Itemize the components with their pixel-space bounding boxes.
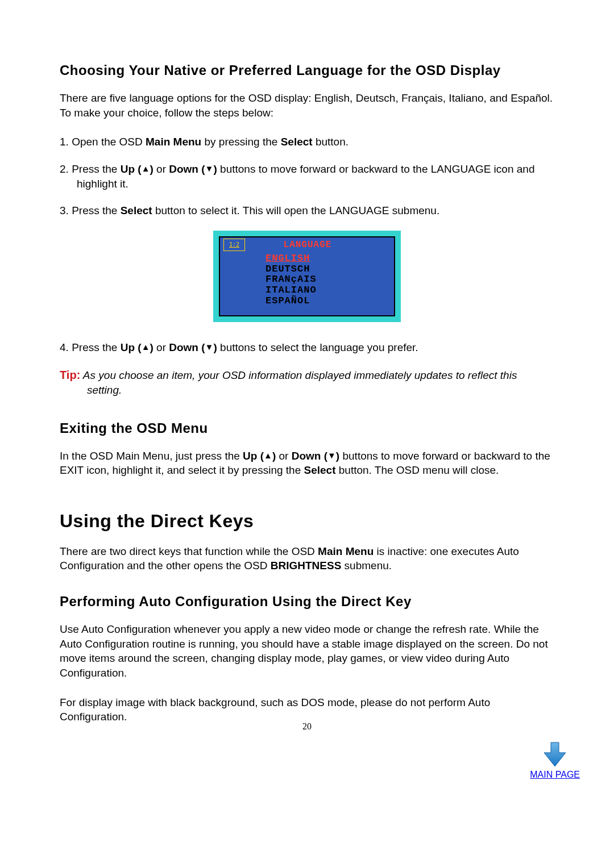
exit-paragraph: In the OSD Main Menu, just press the Up … <box>60 449 554 478</box>
down-triangle-icon: ▼ <box>205 342 214 352</box>
up-triangle-icon: ▲ <box>142 164 150 173</box>
heading-choose-language: Choosing Your Native or Preferred Langua… <box>60 62 554 78</box>
osd-item-deutsch: DEUTSCH <box>265 264 371 275</box>
up-triangle-icon: ▲ <box>264 450 272 460</box>
arrow-down-icon <box>541 740 569 769</box>
up-triangle-icon: ▲ <box>142 342 150 352</box>
osd-item-english: ENGLISH <box>265 253 371 264</box>
auto-config-p1: Use Auto Configuration whenever you appl… <box>60 622 554 681</box>
main-page-label: MAIN PAGE <box>530 770 580 779</box>
heading-auto-config: Performing Auto Configuration Using the … <box>60 594 554 610</box>
auto-config-p2: For display image with black background,… <box>60 695 554 724</box>
down-triangle-icon: ▼ <box>205 164 214 173</box>
osd-language-figure: 1:2 LANGUAGE ENGLISH DEUTSCH FRANçAIS IT… <box>213 231 401 322</box>
osd-item-italiano: ITALIANO <box>265 285 371 296</box>
steps-list-2: 4. Press the Up (▲) or Down (▼) buttons … <box>60 340 554 355</box>
osd-item-francais: FRANçAIS <box>265 274 371 285</box>
osd-item-espanol: ESPAÑOL <box>265 296 371 307</box>
intro-paragraph: There are five language options for the … <box>60 91 554 120</box>
osd-badge: 1:2 <box>223 239 245 251</box>
document-page: Choosing Your Native or Preferred Langua… <box>0 0 614 724</box>
heading-direct-keys: Using the Direct Keys <box>60 511 554 532</box>
page-number: 20 <box>0 721 614 732</box>
step-4: 4. Press the Up (▲) or Down (▼) buttons … <box>60 340 554 355</box>
heading-exit-osd: Exiting the OSD Menu <box>60 420 554 436</box>
osd-title: LANGUAGE <box>245 240 370 250</box>
osd-language-list: ENGLISH DEUTSCH FRANçAIS ITALIANO ESPAÑO… <box>265 253 371 306</box>
step-3: 3. Press the Select button to select it.… <box>60 203 554 218</box>
osd-panel: 1:2 LANGUAGE ENGLISH DEUTSCH FRANçAIS IT… <box>219 236 395 316</box>
direct-keys-paragraph: There are two direct keys that function … <box>60 544 554 573</box>
main-page-link[interactable]: MAIN PAGE <box>530 740 580 780</box>
step-2: 2. Press the Up (▲) or Down (▼) buttons … <box>60 162 554 191</box>
tip-label: Tip: <box>60 369 80 381</box>
tip-text: As you choose an item, your OSD informat… <box>80 369 517 396</box>
step-1: 1. Open the OSD Main Menu by pressing th… <box>60 135 554 149</box>
osd-header: 1:2 LANGUAGE <box>220 237 394 252</box>
steps-list: 1. Open the OSD Main Menu by pressing th… <box>60 135 554 218</box>
down-triangle-icon: ▼ <box>327 450 336 460</box>
tip-note: Tip: As you choose an item, your OSD inf… <box>60 368 554 398</box>
